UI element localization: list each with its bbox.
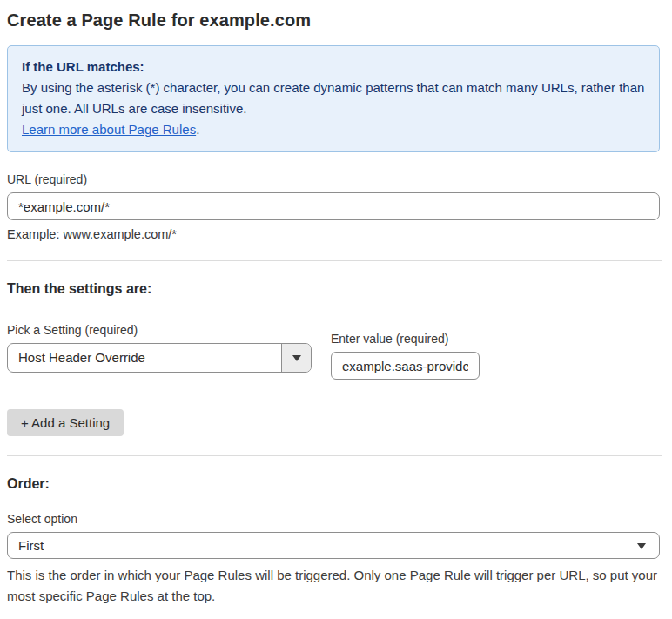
- learn-more-link[interactable]: Learn more about Page Rules: [22, 122, 196, 137]
- info-box-link-line: Learn more about Page Rules.: [22, 119, 645, 140]
- pick-setting-selected-value: Host Header Override: [8, 344, 281, 372]
- order-help-text: This is the order in which your Page Rul…: [7, 565, 660, 607]
- add-setting-button[interactable]: + Add a Setting: [7, 409, 124, 436]
- enter-value-column: Enter value (required): [331, 302, 480, 380]
- url-example-text: Example: www.example.com/*: [7, 227, 663, 241]
- divider: [7, 260, 662, 261]
- pick-setting-column: Pick a Setting (required) Host Header Ov…: [7, 302, 312, 373]
- order-section-heading: Order:: [7, 476, 663, 492]
- order-selected-value: First: [8, 538, 44, 553]
- divider: [7, 455, 662, 456]
- chevron-down-icon: [292, 355, 301, 361]
- page-title: Create a Page Rule for example.com: [7, 10, 663, 30]
- pick-setting-select[interactable]: Host Header Override: [7, 343, 312, 373]
- settings-section-heading: Then the settings are:: [7, 281, 663, 297]
- setting-row: Pick a Setting (required) Host Header Ov…: [7, 302, 663, 380]
- pick-setting-caret-box[interactable]: [281, 344, 311, 372]
- info-box-body: By using the asterisk (*) character, you…: [22, 77, 645, 119]
- chevron-down-icon: [637, 543, 646, 549]
- url-field-label: URL (required): [7, 172, 663, 186]
- url-matches-info-box: If the URL matches: By using the asteris…: [7, 45, 660, 152]
- info-box-heading: If the URL matches:: [22, 57, 645, 77]
- url-input[interactable]: [7, 192, 660, 220]
- enter-value-label: Enter value (required): [331, 332, 480, 346]
- order-select-label: Select option: [7, 512, 663, 526]
- setting-value-input[interactable]: [331, 352, 480, 380]
- pick-setting-label: Pick a Setting (required): [7, 323, 312, 337]
- order-select[interactable]: First: [7, 532, 660, 559]
- link-suffix: .: [196, 122, 199, 137]
